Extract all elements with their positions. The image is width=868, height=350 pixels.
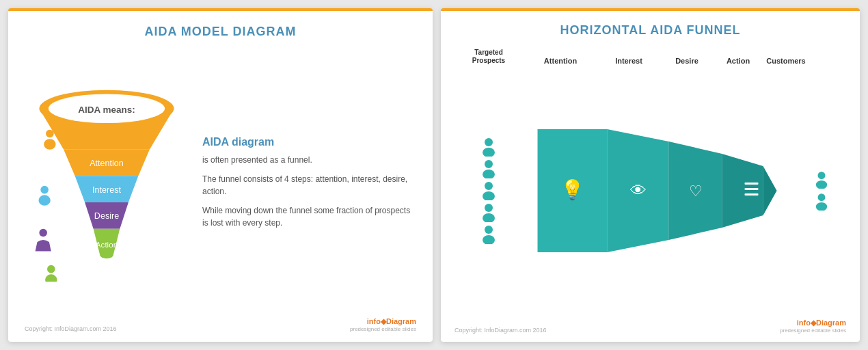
svg-text:👁: 👁 — [630, 181, 647, 200]
funnel-diagram: TargetedProspects Attention Interest Des… — [455, 49, 846, 316]
text-heading: AIDA diagram — [202, 136, 416, 148]
left-logo-sub: predesigned editable slides — [350, 326, 416, 332]
horizontal-funnel-svg: 💡 👁 ♡ — [523, 129, 791, 252]
svg-marker-37 — [722, 154, 763, 228]
right-text: AIDA diagram is often presented as a fun… — [195, 129, 416, 236]
svg-point-20 — [485, 138, 493, 146]
svg-point-29 — [483, 235, 495, 244]
svg-point-18 — [47, 265, 55, 273]
svg-point-23 — [483, 170, 495, 178]
svg-point-17 — [39, 228, 47, 237]
svg-rect-42 — [745, 183, 759, 185]
svg-point-47 — [818, 193, 826, 201]
left-slide-title: AIDA MODEL DIAGRAM — [25, 25, 416, 39]
svg-point-46 — [816, 180, 827, 188]
svg-text:♡: ♡ — [689, 183, 703, 200]
right-footer: Copyright: InfoDiagram.com 2016 info◆Dia… — [455, 316, 846, 334]
right-slide-title: HORIZONTAL AIDA FUNNEL — [455, 23, 846, 38]
svg-point-16 — [38, 195, 50, 205]
svg-point-24 — [485, 182, 493, 190]
right-slide: HORIZONTAL AIDA FUNNEL TargetedProspects… — [441, 8, 860, 342]
targeted-people — [455, 137, 523, 244]
left-logo-text: info◆Diagram — [350, 317, 416, 326]
left-slide: AIDA MODEL DIAGRAM AIDA means: — [8, 8, 433, 342]
svg-point-19 — [45, 274, 57, 282]
svg-rect-43 — [745, 188, 759, 190]
svg-text:Interest: Interest — [92, 185, 121, 194]
svg-point-21 — [483, 148, 495, 157]
svg-point-13 — [46, 129, 54, 137]
left-logo: info◆Diagram predesigned editable slides — [350, 317, 416, 332]
text-body2: The funnel consists of 4 steps: attentio… — [202, 173, 416, 198]
svg-point-28 — [485, 226, 493, 234]
right-logo-sub: predesigned editable slides — [780, 327, 846, 334]
slides-container: AIDA MODEL DIAGRAM AIDA means: — [0, 0, 868, 350]
svg-point-14 — [44, 139, 55, 149]
right-logo-text: info◆Diagram — [780, 319, 846, 327]
svg-point-45 — [818, 172, 826, 179]
svg-point-27 — [483, 213, 495, 222]
left-copyright: Copyright: InfoDiagram.com 2016 — [25, 325, 117, 332]
svg-point-48 — [816, 202, 827, 210]
svg-point-11 — [100, 252, 113, 258]
svg-text:AIDA means:: AIDA means: — [78, 104, 135, 114]
text-body3: While moving down the funnel some fracti… — [202, 204, 416, 229]
svg-point-15 — [40, 185, 49, 193]
svg-marker-38 — [763, 166, 777, 215]
svg-point-22 — [485, 160, 493, 168]
right-copyright: Copyright: InfoDiagram.com 2016 — [455, 327, 547, 334]
text-body1: is often presented as a funnel. — [202, 154, 416, 166]
svg-point-25 — [483, 191, 495, 200]
label-desire: Desire — [660, 57, 714, 65]
svg-text:Action: Action — [96, 239, 118, 248]
svg-text:💡: 💡 — [560, 178, 584, 201]
funnel-area: AIDA means: Attention Interest Desire — [25, 83, 189, 282]
label-customers: Customers — [762, 57, 810, 65]
customers-people — [791, 171, 846, 211]
label-action: Action — [714, 57, 762, 65]
svg-text:Attention: Attention — [90, 158, 124, 167]
svg-rect-44 — [745, 193, 759, 196]
label-interest: Interest — [598, 57, 660, 65]
svg-text:Desire: Desire — [94, 211, 119, 221]
left-footer: Copyright: InfoDiagram.com 2016 info◆Dia… — [25, 314, 416, 332]
svg-point-26 — [485, 204, 493, 212]
right-logo: info◆Diagram predesigned editable slides — [780, 319, 846, 334]
label-targeted: TargetedProspects — [455, 49, 523, 65]
left-content: AIDA means: Attention Interest Desire — [25, 50, 416, 314]
label-attention: Attention — [523, 57, 598, 65]
